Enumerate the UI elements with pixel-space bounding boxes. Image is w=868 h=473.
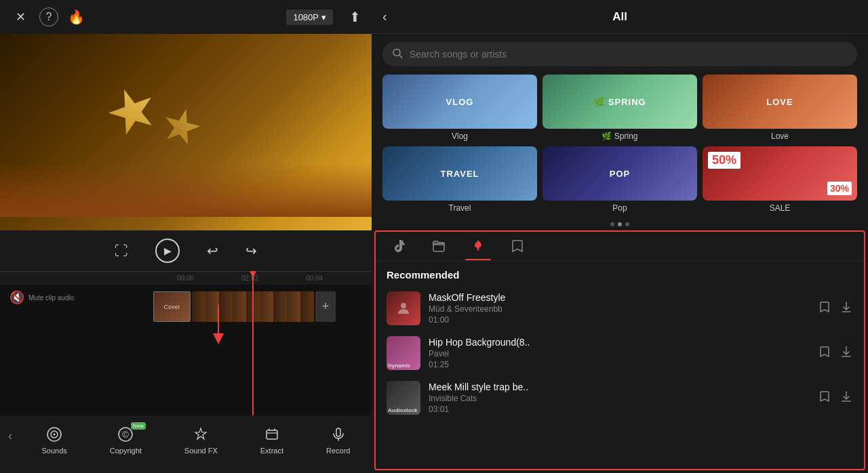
playback-controls: ⛶ ▶ ↩ ↪ [0,230,372,271]
svg-line-10 [399,56,402,58]
carousel-dots [372,218,868,230]
playhead [252,271,254,415]
toolbar-item-sounds[interactable]: Sounds [36,421,72,459]
song-list: MaskOff Freestyle Müd & Seventeenbb 01:0… [376,286,864,469]
toolbar-item-soundfx[interactable]: Sound FX [179,421,223,459]
dot-3 [625,222,629,226]
category-label-spring: 🌿 Spring [593,97,646,107]
redo-button[interactable]: ↪ [245,243,257,259]
song-artist-maskoff: Müd & Seventeenbb [429,304,810,314]
resolution-button[interactable]: 1080P ▾ [286,9,333,25]
song-title-meek: Meek Mill style trap be.. [429,382,810,392]
category-card-spring[interactable]: 🌿 Spring [542,75,697,129]
editor-panel: ✕ ? 🔥 1080P ▾ ⬆ ⛶ ▶ ↩ ↪ 00:00 02:02 00:0… [0,0,372,473]
category-card-pop[interactable]: POP [542,146,697,201]
svg-rect-7 [336,428,340,436]
tab-featured[interactable] [465,232,491,260]
orange-decoration [0,163,372,217]
thumb-label-meek: Audiostock [388,407,418,413]
song-thumb-hiphop: Dynamic [387,336,420,370]
new-badge: New [131,422,146,430]
bookmark-button-maskoff[interactable] [818,300,831,317]
editor-toolbar: ✕ ? 🔥 1080P ▾ ⬆ [0,0,372,34]
download-button-meek[interactable] [840,390,853,407]
help-button[interactable]: ? [39,7,58,26]
tab-folder[interactable] [426,232,452,260]
category-card-travel[interactable]: TRAVEL [382,146,537,201]
dot-2 [618,222,622,226]
add-clip-button[interactable]: + [315,291,336,322]
record-icon [329,425,348,444]
sounds-label: Sounds [41,447,66,455]
svg-text:©: © [123,430,130,440]
categories-grid: VLOG Vlog 🌿 Spring 🌿 Spring LOVE Love TR… [372,75,868,218]
clip-cover[interactable]: Cover [153,291,191,322]
soundfx-label: Sound FX [184,447,218,455]
video-preview [0,34,372,230]
category-label-travel: TRAVEL [440,169,479,179]
song-thumb-maskoff [387,291,420,325]
brand-icon: 🔥 [68,9,85,25]
download-button-maskoff[interactable] [840,300,853,317]
song-artist-meek: Invisible Cats [429,394,810,403]
ruler-time-0: 00:00 [153,274,218,282]
song-item-maskoff[interactable]: MaskOff Freestyle Müd & Seventeenbb 01:0… [376,286,864,331]
copyright-label: Copyright [110,447,142,455]
category-name-sale: SALE [703,203,857,213]
tab-saved[interactable] [505,232,530,260]
tab-tiktok[interactable] [387,232,412,260]
category-name-travel: Travel [382,203,537,213]
toolbar-item-extract[interactable]: Extract [255,421,289,459]
song-duration-maskoff: 01:00 [429,315,810,325]
category-label-vlog: VLOG [446,97,474,107]
play-button[interactable]: ▶ [155,239,180,263]
ruler-time-1: 02:02 [218,274,282,282]
back-button[interactable]: ‹ [382,9,387,24]
song-title-hiphop: Hip Hop Background(8.. [429,337,810,348]
song-info-hiphop: Hip Hop Background(8.. Pavel 01:25 [429,337,810,369]
music-panel: ‹ All VLOG Vlog 🌿 Spring 🌿 S [372,0,868,473]
song-duration-meek: 03:01 [429,405,810,414]
category-card-love[interactable]: LOVE [703,75,857,129]
timeline-ruler: 00:00 02:02 00:04 [0,271,372,285]
category-item-spring: 🌿 Spring 🌿 Spring [542,75,697,141]
recommended-section: Recommended MaskOff Freestyle Müd & Seve… [374,230,865,470]
download-button-hiphop[interactable] [840,345,853,362]
bookmark-button-meek[interactable] [818,390,831,407]
star-decoration-2 [159,104,204,150]
sale-badge-50: 50% [708,152,741,169]
song-item-hiphop[interactable]: Dynamic Hip Hop Background(8.. Pavel 01:… [376,331,864,375]
bookmark-button-hiphop[interactable] [818,345,831,362]
category-item-travel: TRAVEL Travel [382,146,537,213]
toolbar-nav-left[interactable]: ‹ [0,421,20,443]
dot-1 [610,222,614,226]
thumb-label-hiphop: Dynamic [388,363,410,369]
category-card-sale[interactable]: 50% 30% [703,146,857,201]
close-button[interactable]: ✕ [11,7,30,26]
export-button[interactable]: ⬆ [349,9,361,25]
recommended-header: Recommended [376,261,864,286]
search-bar [382,42,857,66]
song-actions-meek [818,390,853,407]
category-item-love: LOVE Love [703,75,857,141]
category-card-vlog[interactable]: VLOG [382,75,537,129]
song-duration-hiphop: 01:25 [429,360,810,369]
category-name-vlog: Vlog [382,131,537,141]
category-item-vlog: VLOG Vlog [382,75,537,141]
search-input[interactable] [382,42,857,66]
extract-icon [262,425,281,444]
category-item-sale: 50% 30% SALE [703,146,857,213]
undo-button[interactable]: ↩ [207,243,218,259]
song-actions-maskoff [818,300,853,317]
search-icon [392,48,403,61]
svg-point-11 [401,303,406,308]
expand-button[interactable]: ⛶ [115,243,128,259]
ruler-marks: 00:00 02:02 00:04 [153,274,372,282]
category-label-love: LOVE [766,97,793,107]
mute-clip-audio[interactable]: 🔇 Mute clip audio [9,290,74,305]
toolbar-item-copyright[interactable]: New © Copyright [104,421,147,459]
arrow-indicator [210,305,226,348]
song-item-meek[interactable]: Audiostock Meek Mill style trap be.. Inv… [376,375,864,420]
toolbar-item-record[interactable]: Record [321,421,355,459]
category-item-pop: POP Pop [542,146,697,213]
